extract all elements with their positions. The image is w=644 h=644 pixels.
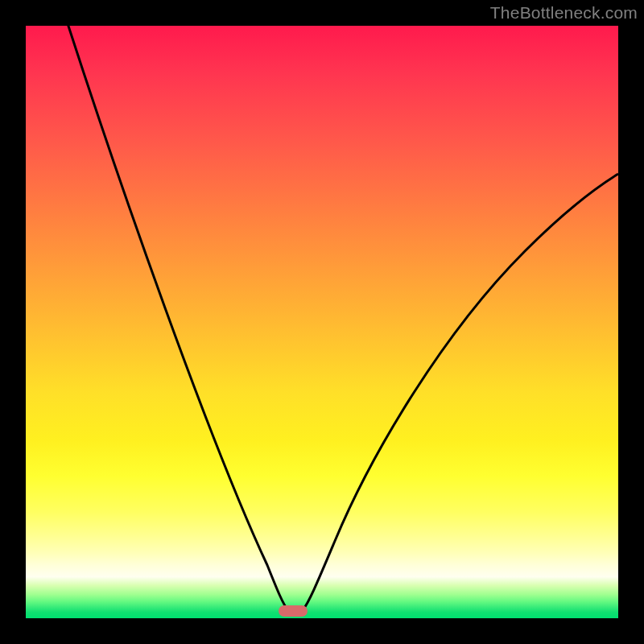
curve-layer [26, 26, 618, 618]
watermark-text: TheBottleneck.com [490, 3, 638, 23]
right-branch-curve [303, 174, 618, 610]
optimal-marker [279, 605, 308, 617]
chart-frame: TheBottleneck.com [0, 0, 644, 644]
left-branch-curve [58, 26, 288, 610]
plot-area [26, 26, 618, 618]
